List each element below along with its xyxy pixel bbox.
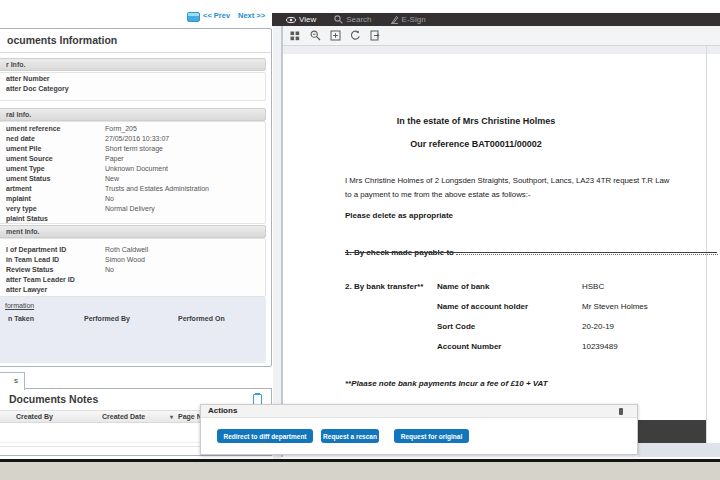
actions-title: Actions (208, 406, 237, 415)
bank-row: 2. By bank transfer** Name of bank HSBC (345, 282, 685, 294)
document-instruction: Please delete as appropriate (345, 211, 453, 220)
bank-value: HSBC (582, 282, 604, 291)
info-row: ument SourcePaper (0, 155, 265, 165)
document-body: I Mrs Christine Holmes of 2 Longsden Str… (345, 174, 673, 202)
bank-label: Account Number (437, 342, 501, 351)
field-label: artment (6, 185, 105, 195)
info-row: ned date27/05/2016 10:33:07 (0, 135, 265, 145)
field-value: Short term storage (105, 145, 163, 155)
bank-label: Name of bank (437, 282, 489, 291)
info-row: mplaintNo (0, 195, 265, 205)
info-row: in Team Lead IDSimon Wood (0, 256, 265, 266)
info-row: ument referenceForm_205 (0, 125, 265, 135)
field-label: atter Lawyer (6, 286, 105, 296)
document-option1-struck: 1. By check made payable to (345, 246, 718, 257)
field-label: atter Number (6, 75, 105, 85)
field-label: ument Status (6, 175, 105, 185)
menu-esign-label: E-Sign (402, 15, 426, 24)
divider (0, 52, 271, 53)
info-row: atter Lawyer (0, 286, 265, 296)
request-a-rescan-button[interactable]: Request a rescan (321, 429, 379, 443)
horizontal-scrollbar[interactable] (638, 443, 720, 457)
menu-view-label: View (299, 15, 316, 24)
field-value: Roth Caldwell (105, 246, 148, 256)
field-label: l of Department ID (6, 246, 105, 256)
bank-row: Name of account holder Mr Steven Holmes (345, 302, 685, 314)
prev-button[interactable]: << Prev (203, 11, 230, 20)
field-value: Paper (105, 155, 124, 165)
field-label: in Team Lead ID (6, 256, 105, 266)
bank-value: 20-20-19 (582, 322, 614, 331)
document-footnote: **Plaase note bank payments Incur a fee … (345, 379, 548, 388)
info-row: l of Department IDRoth Caldwell (0, 246, 265, 256)
column-created-date[interactable]: Created Date (102, 413, 145, 420)
action-information-link[interactable]: formation (5, 302, 34, 309)
pin-icon[interactable] (619, 408, 623, 415)
field-label: mplaint (6, 195, 105, 205)
field-label: ned date (6, 135, 105, 145)
option1-text: 1. By check made payable to (345, 248, 454, 257)
info-row: ument StatusNew (0, 175, 265, 185)
field-value: Simon Wood (105, 256, 145, 266)
viewer-menu-bar: View Search E-Sign (272, 13, 720, 26)
field-label: atter Team Leader ID (6, 276, 105, 286)
field-label: Review Status (6, 266, 105, 276)
column-performed-by: Performed By (84, 315, 130, 322)
field-label: ument reference (6, 125, 105, 135)
bank-row: Sort Code 20-20-19 (345, 322, 685, 334)
info-row: ument TypeUnknown Document (0, 165, 265, 175)
column-performed-on: Performed On (178, 315, 225, 322)
redirect-to-diff-department-button[interactable]: Redirect to diff department (217, 429, 313, 443)
bank-value: Mr Steven Holmes (582, 302, 648, 311)
info-row: atter Doc Category (0, 85, 265, 95)
field-label: atter Doc Category (6, 85, 105, 95)
action-information-area (0, 297, 266, 363)
fit-page-icon[interactable] (329, 30, 341, 42)
menu-search[interactable]: Search (334, 15, 371, 24)
field-value: Form_205 (105, 125, 137, 135)
field-label: very type (6, 205, 105, 215)
field-value: 27/05/2016 10:33:07 (105, 135, 169, 145)
request-for-original-button[interactable]: Request for original (394, 429, 469, 443)
documents-information-panel: ocuments Information r Info. atter Numbe… (0, 28, 272, 367)
section-header-assignment-info: ment Info. (0, 225, 266, 238)
next-button[interactable]: Next >> (238, 11, 265, 20)
info-row: artmentTrusts and Estates Administration (0, 185, 265, 195)
bank-row: Account Number 10239489 (345, 342, 685, 354)
rotate-icon[interactable] (349, 30, 361, 42)
field-label: ument Source (6, 155, 105, 165)
document-title: In the estate of Mrs Christine Holmes (345, 116, 607, 126)
search-icon (334, 15, 343, 24)
menu-search-label: Search (346, 15, 371, 24)
info-row: Review StatusNo (0, 266, 265, 276)
field-value: No (105, 266, 114, 276)
section-matter-info: atter Number atter Doc Category (0, 72, 266, 101)
tab-notes[interactable]: s (0, 372, 25, 390)
viewer-toolbar (283, 26, 720, 45)
panel-title: ocuments Information (7, 34, 117, 46)
menu-view[interactable]: View (286, 15, 316, 24)
zoom-icon[interactable] (309, 30, 321, 42)
section-header-matter-info: r Info. (0, 58, 266, 71)
menu-esign[interactable]: E-Sign (390, 15, 426, 24)
section-assignment-info: l of Department IDRoth Caldwell in Team … (0, 238, 266, 297)
sort-icon[interactable]: ▾ (170, 413, 173, 420)
column-created-by[interactable]: Created By (16, 413, 53, 420)
export-icon[interactable] (369, 30, 381, 42)
esign-icon (390, 15, 399, 24)
column-action-taken: n Taken (8, 315, 34, 322)
section-general-info: ument referenceForm_205 ned date27/05/20… (0, 121, 266, 224)
eye-icon (286, 16, 296, 24)
field-value: New (105, 175, 119, 185)
desktop-background (0, 462, 720, 480)
info-row: very typeNormal Delivery (0, 205, 265, 215)
dotted-leader (456, 246, 718, 255)
info-row: atter Number (0, 75, 265, 85)
actions-panel: Actions Redirect to diff department Requ… (200, 404, 638, 455)
thumbnails-icon[interactable] (289, 30, 301, 42)
section-header-general-info: ral Info. (0, 108, 266, 121)
field-value: No (105, 195, 114, 205)
info-row: atter Team Leader ID (0, 276, 265, 286)
bank-label: Sort Code (437, 322, 475, 331)
field-label: plaint Status (6, 215, 105, 225)
